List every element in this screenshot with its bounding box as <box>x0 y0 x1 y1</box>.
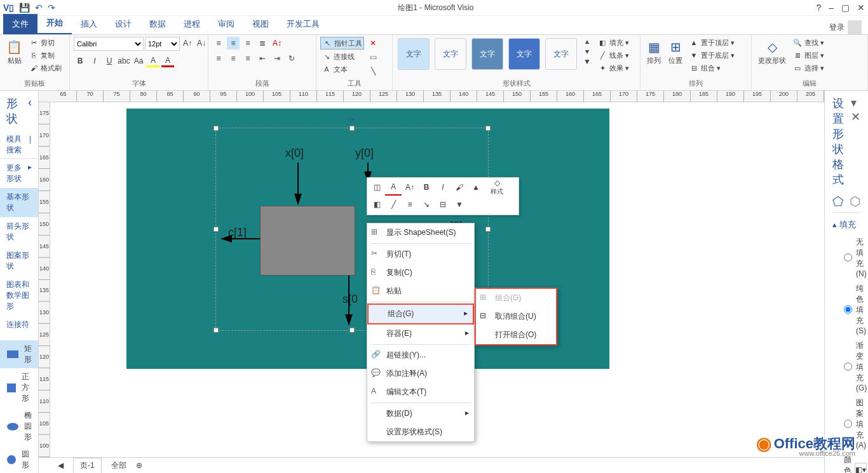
italic-button[interactable]: I <box>88 55 101 67</box>
mini-bold-icon[interactable]: B <box>418 179 435 196</box>
select-button[interactable]: ▭选择▾ <box>791 62 825 74</box>
fill-color-picker[interactable]: ◧▾ <box>855 463 867 473</box>
align-right-icon[interactable]: ≡ <box>241 52 254 65</box>
shape-style-4[interactable]: 文字 <box>508 38 540 70</box>
resize-handle[interactable] <box>485 227 491 232</box>
indent-inc-icon[interactable]: ⇥ <box>271 52 283 65</box>
layers-button[interactable]: ≣图层▾ <box>791 50 825 61</box>
group-button[interactable]: ⊟组合▾ <box>688 62 736 74</box>
shape-style-2[interactable]: 文字 <box>435 38 466 70</box>
resize-handle[interactable] <box>349 126 355 131</box>
shapes-pane-subtabs[interactable]: 模具 | 搜索 <box>0 131 38 159</box>
cut-button[interactable]: ✂剪切 <box>27 37 63 48</box>
maximize-icon[interactable]: ▢ <box>841 3 850 13</box>
change-shape-button[interactable]: ◇更改形状 <box>756 37 789 67</box>
fill-opt-gradient[interactable]: 渐变填充(G) <box>832 338 860 395</box>
text-tool-button[interactable]: A文本 <box>320 63 364 75</box>
ctx-5[interactable]: 容器(E)▸ <box>367 324 474 343</box>
font-color-icon[interactable]: A <box>161 55 174 67</box>
arrange-button[interactable]: ▦排列 <box>644 37 663 67</box>
mini-line-color-icon[interactable]: ╱ <box>385 196 402 213</box>
strike-button[interactable]: abc <box>118 55 130 67</box>
format-tab-fill-icon[interactable]: ⬠ <box>832 194 843 209</box>
tab-home[interactable]: 开始 <box>37 13 72 34</box>
shape-rect[interactable]: 矩形 <box>0 340 38 368</box>
resize-handle[interactable] <box>214 126 219 131</box>
mini-group-icon[interactable]: ⊟ <box>435 196 451 213</box>
mini-send-back-icon[interactable]: ▼ <box>451 196 468 213</box>
connector-tool-button[interactable]: ↘连接线 <box>320 51 364 62</box>
submenu-2[interactable]: 打开组合(O) <box>476 326 556 344</box>
cat-pattern-shapes[interactable]: 图案形状 <box>0 246 38 276</box>
cat-more-shapes[interactable]: 更多形状▸ <box>0 159 38 188</box>
submenu-1[interactable]: ⊟取消组合(U) <box>476 307 556 326</box>
x-tool-icon[interactable]: ✕ <box>367 37 379 50</box>
effects-button[interactable]: ✦效果▾ <box>596 62 630 74</box>
highlight-color-icon[interactable]: A <box>147 55 159 67</box>
mini-bring-front-icon[interactable]: ▲ <box>468 179 484 196</box>
shape-style-1[interactable]: 文字 <box>398 38 430 70</box>
tab-view[interactable]: 视图 <box>243 14 278 34</box>
mini-style-button[interactable]: ◇样式 <box>484 179 510 196</box>
mini-grow-font-icon[interactable]: A↑ <box>402 179 418 196</box>
align-top-icon[interactable]: ≡ <box>212 37 225 50</box>
tab-insert[interactable]: 插入 <box>72 14 106 34</box>
mini-italic-icon[interactable]: I <box>435 179 451 196</box>
shape-square[interactable]: 正方形 <box>0 368 38 407</box>
align-center-icon[interactable]: ≡ <box>227 52 240 65</box>
ctx-0[interactable]: ⊞显示 ShapeSheet(S) <box>367 223 474 242</box>
page-tab-scroll-left-icon[interactable]: ◀ <box>58 461 64 470</box>
ctx-1[interactable]: ✂剪切(T) <box>367 245 474 263</box>
mini-fill-color-icon[interactable]: ◧ <box>369 196 385 213</box>
underline-button[interactable]: U <box>103 55 116 67</box>
line-button[interactable]: ╱线条▾ <box>596 50 630 61</box>
case-button[interactable]: Aa <box>132 55 145 67</box>
tab-design[interactable]: 设计 <box>106 14 140 34</box>
grow-font-icon[interactable]: A↑ <box>181 37 194 50</box>
fill-opt-solid[interactable]: 纯色填充(S) <box>832 281 860 338</box>
text-dir-icon[interactable]: A↕ <box>271 37 283 50</box>
close-icon[interactable]: ✕ <box>857 3 865 13</box>
format-pane-close-icon[interactable]: ▾ ✕ <box>851 96 860 187</box>
ctx-6[interactable]: 🔗超链接(Y)... <box>367 346 474 364</box>
tab-review[interactable]: 审阅 <box>209 14 243 34</box>
cat-arrow-shapes[interactable]: 箭头形状 <box>0 217 38 246</box>
resize-handle[interactable] <box>214 328 219 333</box>
mini-format-painter-icon[interactable]: 🖌 <box>451 179 468 196</box>
ctx-3[interactable]: 📋粘贴 <box>367 282 474 300</box>
ctx-7[interactable]: 💬添加注释(A) <box>367 364 474 383</box>
indent-dec-icon[interactable]: ⇤ <box>256 52 269 65</box>
bring-front-button[interactable]: ▲置于顶层▾ <box>688 37 736 48</box>
paste-button[interactable]: 📋粘贴 <box>4 37 25 67</box>
tab-process[interactable]: 进程 <box>175 14 209 34</box>
cat-chart-math[interactable]: 图表和数学图形 <box>0 276 38 316</box>
pointer-tool-button[interactable]: ↖指针工具 <box>320 37 364 50</box>
tab-dev[interactable]: 开发工具 <box>278 14 329 34</box>
style-gallery-more-icon[interactable]: ▼ <box>581 57 593 66</box>
shrink-font-icon[interactable]: A↓ <box>195 37 208 50</box>
shape-ellipse[interactable]: 椭圆形 <box>0 407 38 446</box>
canvas[interactable]: ⟳ x[0] y[0] c[1] c[0] s[ <box>50 102 824 457</box>
redo-icon[interactable]: ↷ <box>48 3 55 13</box>
rotate-handle-icon[interactable]: ⟳ <box>349 116 355 124</box>
fill-opt-pattern[interactable]: 图案填充(A) <box>832 395 860 452</box>
cat-basic-shapes[interactable]: 基本形状 <box>0 188 38 217</box>
page-tab-1[interactable]: 页-1 <box>73 458 102 474</box>
help-icon[interactable]: ? <box>816 3 821 13</box>
save-icon[interactable]: 💾 <box>19 3 30 13</box>
style-gallery-up-icon[interactable]: ▴ <box>581 37 593 46</box>
minimize-icon[interactable]: – <box>829 3 834 13</box>
resize-handle[interactable] <box>485 126 491 131</box>
position-button[interactable]: ⊞位置 <box>666 37 685 67</box>
find-button[interactable]: 🔍查找▾ <box>791 37 825 48</box>
style-gallery-down-icon[interactable]: ▾ <box>581 47 593 56</box>
mini-align-icon[interactable]: ≡ <box>402 196 418 213</box>
ctx-10[interactable]: 设置形状格式(S) <box>367 423 474 441</box>
tab-file[interactable]: 文件 <box>3 14 37 34</box>
pages-all[interactable]: 全部 <box>111 460 126 471</box>
undo-icon[interactable]: ↶ <box>35 3 43 13</box>
bold-button[interactable]: B <box>74 55 86 67</box>
avatar-icon[interactable] <box>848 20 862 34</box>
font-name-select[interactable]: Calibri <box>74 37 144 51</box>
shape-circle[interactable]: 圆形 <box>0 446 38 473</box>
